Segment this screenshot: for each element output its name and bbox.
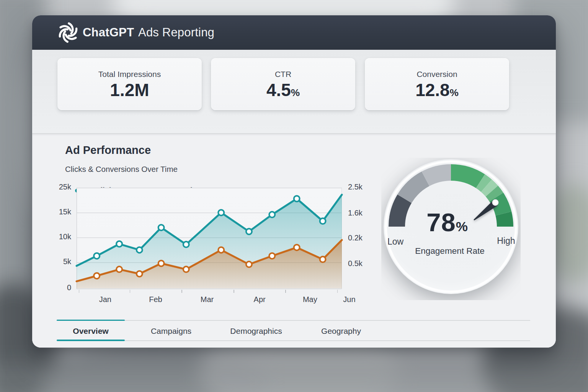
gauge-arc-segment xyxy=(492,191,497,197)
kpi-card-ctr: CTR 4.5% xyxy=(211,58,355,110)
kpi-value: 4.5% xyxy=(266,81,300,99)
data-point-clicks xyxy=(294,196,300,202)
data-point-conversions xyxy=(116,266,122,272)
kpi-label: Total Impressions xyxy=(98,70,161,79)
gauge-value: 78% xyxy=(401,209,493,235)
data-point-conversions xyxy=(137,271,142,277)
tab-campaigns[interactable]: Campaigns xyxy=(140,325,202,337)
gauge-arc-segment xyxy=(451,172,480,181)
tab-demographics[interactable]: Demographics xyxy=(223,325,289,337)
tabbar-bottom-divider xyxy=(125,340,530,341)
openai-logo-icon xyxy=(56,20,80,45)
y-axis-label-left: 10k xyxy=(39,232,71,241)
data-point-conversions xyxy=(269,253,275,259)
app-title-rest: Ads Reporting xyxy=(138,26,214,39)
y-axis-label-right: 0.2k xyxy=(348,234,380,242)
gauge-title: Engagement Rate xyxy=(392,246,507,256)
data-point-clicks xyxy=(320,218,326,224)
tabbar-top-divider xyxy=(57,320,530,321)
y-axis-label-left: 25k xyxy=(39,183,71,191)
y-axis-label-right: 0.5k xyxy=(348,259,380,268)
x-axis-label: Apr xyxy=(242,295,277,304)
data-point-conversions xyxy=(183,266,189,272)
gauge-arc-segment xyxy=(503,214,505,227)
y-axis-label-right: 1.6k xyxy=(348,209,380,217)
data-point-conversions xyxy=(320,256,326,262)
x-axis-tick xyxy=(285,290,286,293)
x-axis-label: Jun xyxy=(332,295,366,304)
kpi-row: Total Impressions 1.2M CTR 4.5% Conversi… xyxy=(32,50,556,133)
x-axis-label: Jan xyxy=(88,295,122,304)
data-point-clicks xyxy=(218,210,224,216)
kpi-label: CTR xyxy=(275,70,291,79)
x-axis-label: Feb xyxy=(139,295,173,304)
kpi-label: Conversion xyxy=(416,70,457,79)
data-point-clicks xyxy=(137,247,142,253)
data-point-clicks xyxy=(116,241,122,247)
data-point-clicks xyxy=(158,225,164,230)
data-point-clicks xyxy=(94,253,100,259)
x-axis-tick xyxy=(337,290,338,293)
tabbar-top-divider-active xyxy=(57,320,125,321)
x-axis-label: May xyxy=(293,295,327,304)
x-axis-tick xyxy=(79,290,80,293)
kpi-value: 1.2M xyxy=(110,81,149,99)
gauge-arc-segment xyxy=(487,186,492,191)
kpi-card-impressions: Total Impressions 1.2M xyxy=(57,58,202,110)
main-panel: Ad Performance Clicks & Conversions Over… xyxy=(32,133,556,348)
data-point-clicks xyxy=(183,242,189,247)
gauge-min-label: Low xyxy=(379,237,412,247)
x-axis-tick xyxy=(181,290,182,293)
data-point-clicks xyxy=(246,229,252,234)
data-point-conversions xyxy=(218,247,224,253)
chart-title: Ad Performance xyxy=(65,144,151,157)
gauge-needle-dot xyxy=(492,199,499,206)
data-point-conversions xyxy=(158,261,164,266)
data-point-clicks xyxy=(269,212,275,217)
kpi-card-conversion: Conversion 12.8% xyxy=(365,58,509,110)
gauge-arc-segment xyxy=(426,173,451,179)
x-axis-tick xyxy=(234,290,234,293)
y-axis-label-right: 2.5k xyxy=(348,183,380,191)
x-axis-tick xyxy=(130,290,131,293)
app-title-brand: ChatGPT xyxy=(83,26,134,39)
gauge-arc-segment xyxy=(480,181,487,186)
data-point-conversions xyxy=(246,261,252,267)
active-tab-underline xyxy=(57,340,125,341)
y-axis-label-left: 15k xyxy=(39,207,71,216)
chart-subtitle: Clicks & Conversions Over Time xyxy=(65,165,178,174)
tab-geography[interactable]: Geography xyxy=(310,325,372,337)
kpi-value: 12.8% xyxy=(415,81,459,99)
y-axis-label-left: 5k xyxy=(39,257,71,266)
y-axis-label-left: 0 xyxy=(39,283,71,292)
app-header: ChatGPT Ads Reporting xyxy=(32,15,556,50)
gauge-max-label: High xyxy=(489,236,523,246)
data-point-conversions xyxy=(294,245,300,250)
data-point-conversions xyxy=(94,273,100,279)
line-area-chart xyxy=(72,183,346,298)
dashboard-card: ChatGPT Ads Reporting Total Impressions … xyxy=(32,15,556,348)
tab-overview[interactable]: Overview xyxy=(57,325,125,337)
app-title: ChatGPT Ads Reporting xyxy=(83,15,214,50)
x-axis-label: Mar xyxy=(190,295,224,304)
